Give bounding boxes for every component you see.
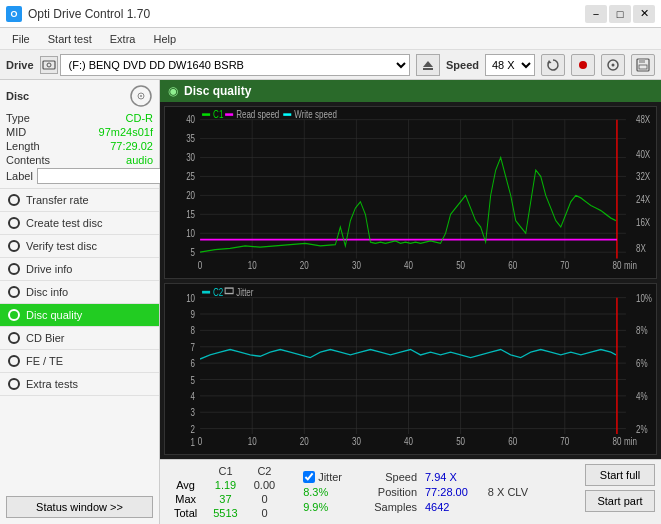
menu-bar: File Start test Extra Help bbox=[0, 28, 661, 50]
svg-text:20: 20 bbox=[300, 260, 309, 271]
position-label: Position bbox=[362, 486, 417, 498]
sidebar-item-cd-bier[interactable]: CD Bier bbox=[0, 327, 159, 350]
nav-icon-transfer-rate bbox=[8, 194, 20, 206]
speed-select[interactable]: 48 X bbox=[485, 54, 535, 76]
svg-text:min: min bbox=[624, 434, 637, 447]
jitter-label: Jitter bbox=[318, 471, 342, 483]
refresh-button[interactable] bbox=[541, 54, 565, 76]
maximize-button[interactable]: □ bbox=[609, 5, 631, 23]
nav-icon-drive-info bbox=[8, 263, 20, 275]
minimize-button[interactable]: − bbox=[585, 5, 607, 23]
sidebar-item-drive-info[interactable]: Drive info bbox=[0, 258, 159, 281]
jitter-section: Jitter 8.3% 9.9% bbox=[303, 464, 342, 520]
svg-text:2: 2 bbox=[191, 422, 195, 435]
type-label: Type bbox=[6, 112, 30, 124]
svg-text:24X: 24X bbox=[636, 194, 650, 205]
speed-label: Speed bbox=[362, 471, 417, 483]
nav-icon-cd-bier bbox=[8, 332, 20, 344]
svg-text:40: 40 bbox=[186, 115, 195, 126]
svg-text:Jitter: Jitter bbox=[236, 286, 254, 299]
sidebar-item-transfer-rate[interactable]: Transfer rate bbox=[0, 189, 159, 212]
svg-rect-61 bbox=[283, 113, 291, 116]
stats-table: C1 C2 Avg 1.19 0.00 Max 37 0 Total bbox=[166, 464, 283, 520]
avg-c1: 1.19 bbox=[205, 478, 245, 492]
start-full-button[interactable]: Start full bbox=[585, 464, 655, 486]
disc-section: Disc Type CD-R MID 97m24s01f Length 77:2… bbox=[0, 80, 159, 189]
sidebar-item-create-test-disc[interactable]: Create test disc bbox=[0, 212, 159, 235]
jitter-avg-value: 8.3% bbox=[303, 486, 342, 498]
sidebar-item-extra-tests[interactable]: Extra tests bbox=[0, 373, 159, 396]
right-panel: ◉ Disc quality bbox=[160, 80, 661, 524]
svg-text:10: 10 bbox=[186, 291, 195, 304]
svg-text:0: 0 bbox=[198, 434, 202, 447]
app-title: Opti Drive Control 1.70 bbox=[28, 7, 150, 21]
svg-rect-107 bbox=[202, 290, 210, 293]
jitter-checkbox[interactable] bbox=[303, 471, 315, 483]
total-label: Total bbox=[166, 506, 205, 520]
svg-rect-0 bbox=[43, 61, 55, 69]
nav-icon-fe-te bbox=[8, 355, 20, 367]
svg-text:16X: 16X bbox=[636, 217, 650, 228]
menu-file[interactable]: File bbox=[4, 31, 38, 47]
menu-start-test[interactable]: Start test bbox=[40, 31, 100, 47]
label-label: Label bbox=[6, 170, 33, 182]
drive-select[interactable]: (F:) BENQ DVD DD DW1640 BSRB bbox=[60, 54, 410, 76]
drive-bar: Drive (F:) BENQ DVD DD DW1640 BSRB Speed… bbox=[0, 50, 661, 80]
menu-extra[interactable]: Extra bbox=[102, 31, 144, 47]
record-button[interactable] bbox=[571, 54, 595, 76]
label-input[interactable] bbox=[37, 168, 170, 184]
col-c2: C2 bbox=[246, 464, 283, 478]
length-value: 77:29.02 bbox=[110, 140, 153, 152]
svg-text:25: 25 bbox=[186, 171, 195, 182]
svg-marker-4 bbox=[547, 60, 552, 64]
sidebar-item-verify-test-disc[interactable]: Verify test disc bbox=[0, 235, 159, 258]
sidebar-item-disc-info[interactable]: Disc info bbox=[0, 281, 159, 304]
svg-text:5: 5 bbox=[191, 247, 195, 258]
contents-label: Contents bbox=[6, 154, 50, 166]
nav-label-drive-info: Drive info bbox=[26, 263, 72, 275]
disc-icon bbox=[129, 84, 153, 108]
speed-unit: 8 X CLV bbox=[488, 486, 528, 498]
nav-label-disc-info: Disc info bbox=[26, 286, 68, 298]
svg-text:6: 6 bbox=[191, 356, 195, 369]
svg-text:10: 10 bbox=[248, 434, 257, 447]
svg-rect-57 bbox=[202, 113, 210, 116]
nav-icon-create-test-disc bbox=[8, 217, 20, 229]
samples-label: Samples bbox=[362, 501, 417, 513]
type-value: CD-R bbox=[126, 112, 154, 124]
svg-rect-109 bbox=[225, 288, 233, 293]
window-controls: − □ ✕ bbox=[585, 5, 655, 23]
drive-icon bbox=[40, 56, 58, 74]
svg-text:4: 4 bbox=[191, 389, 196, 402]
svg-text:1: 1 bbox=[191, 436, 195, 449]
nav-icon-verify-test-disc bbox=[8, 240, 20, 252]
stats-area: C1 C2 Avg 1.19 0.00 Max 37 0 Total bbox=[160, 459, 661, 524]
disc-button[interactable] bbox=[601, 54, 625, 76]
disc-quality-header: ◉ Disc quality bbox=[160, 80, 661, 102]
svg-text:min: min bbox=[624, 260, 637, 271]
svg-rect-9 bbox=[639, 59, 645, 63]
sidebar-item-fe-te[interactable]: FE / TE bbox=[0, 350, 159, 373]
title-bar: O Opti Drive Control 1.70 − □ ✕ bbox=[0, 0, 661, 28]
col-c1: C1 bbox=[205, 464, 245, 478]
svg-text:0: 0 bbox=[198, 260, 202, 271]
nav-label-transfer-rate: Transfer rate bbox=[26, 194, 89, 206]
svg-text:30: 30 bbox=[186, 152, 195, 163]
nav-label-fe-te: FE / TE bbox=[26, 355, 63, 367]
max-c1: 37 bbox=[205, 492, 245, 506]
menu-help[interactable]: Help bbox=[145, 31, 184, 47]
status-window-button[interactable]: Status window >> bbox=[6, 496, 153, 518]
eject-button[interactable] bbox=[416, 54, 440, 76]
close-button[interactable]: ✕ bbox=[633, 5, 655, 23]
sidebar-item-disc-quality[interactable]: Disc quality bbox=[0, 304, 159, 327]
nav-label-extra-tests: Extra tests bbox=[26, 378, 78, 390]
start-part-button[interactable]: Start part bbox=[585, 490, 655, 512]
svg-text:32X: 32X bbox=[636, 171, 650, 182]
svg-text:35: 35 bbox=[186, 134, 195, 145]
save-button[interactable] bbox=[631, 54, 655, 76]
nav-label-create-test-disc: Create test disc bbox=[26, 217, 102, 229]
svg-text:40: 40 bbox=[404, 434, 413, 447]
svg-text:70: 70 bbox=[560, 434, 569, 447]
main-area: Disc Type CD-R MID 97m24s01f Length 77:2… bbox=[0, 80, 661, 524]
svg-point-7 bbox=[612, 63, 615, 66]
